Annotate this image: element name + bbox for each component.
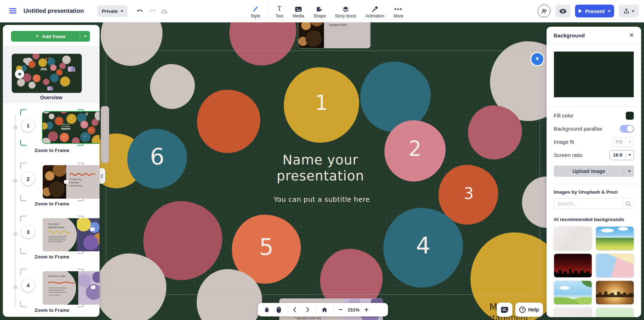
image-search <box>554 198 634 209</box>
ai-background-thumbnail-partial[interactable] <box>554 308 592 317</box>
add-frame-button[interactable]: + Add frame <box>11 31 90 42</box>
frame-location-pin-icon[interactable] <box>531 53 543 65</box>
present-label: Present <box>585 8 605 14</box>
tool-media[interactable]: Media <box>288 0 309 22</box>
background-search-input[interactable] <box>554 198 634 209</box>
frame-3-thumbnail[interactable]: Put a bold statement here <box>43 218 100 251</box>
screen-ratio-label: Screen ratio <box>554 152 582 158</box>
tool-shape[interactable]: Shape <box>309 0 330 22</box>
close-icon[interactable]: ✕ <box>629 32 634 38</box>
screen-ratio-select[interactable]: 16:9 <box>610 150 634 160</box>
ai-background-thumbnail-partial[interactable] <box>596 308 634 317</box>
help-button[interactable]: ? Help <box>515 303 543 317</box>
timeline-dot <box>13 232 17 236</box>
plus-icon: + <box>36 32 39 40</box>
timeline-dot <box>13 179 17 183</box>
overview-thumbnail[interactable] <box>12 54 82 93</box>
preview-eye-button[interactable] <box>555 5 570 17</box>
frame-2-number-badge[interactable]: 2 <box>21 172 35 185</box>
frame-2-thumbnail[interactable]: Provide any important context here <box>43 165 100 199</box>
share-button[interactable] <box>619 5 639 17</box>
frame-2-zoom-label[interactable]: Zoom to Frame <box>17 201 87 206</box>
upload-image-button[interactable]: Upload image <box>554 166 634 177</box>
zoom-in-button[interactable]: + <box>364 306 368 314</box>
tool-story-block[interactable]: Story block <box>330 0 361 22</box>
animation-icon <box>371 4 378 12</box>
tool-style[interactable]: Style <box>246 0 265 22</box>
background-preview <box>554 51 634 98</box>
tool-label: Media <box>293 14 304 19</box>
ai-background-thumbnail-green-hills[interactable] <box>554 280 592 305</box>
redo-icon[interactable] <box>149 7 156 15</box>
frame-1-zoom-label[interactable]: Zoom to Frame <box>17 148 87 153</box>
circle-number-5[interactable]: 5 <box>259 234 274 260</box>
zoom-out-button[interactable]: − <box>339 306 342 314</box>
tool-label: Story block <box>335 14 356 19</box>
frame-4-number-badge[interactable]: 4 <box>21 278 35 292</box>
home-icon <box>15 69 24 79</box>
parallax-row: Background parallax <box>554 124 634 133</box>
mouse-mode-icon[interactable] <box>277 307 281 313</box>
more-dots-icon: ••• <box>394 4 403 12</box>
ai-background-thumbnail-white-abstract[interactable] <box>554 226 592 251</box>
frame-3-number-badge[interactable]: 3 <box>21 225 35 238</box>
tool-more[interactable]: ••• More <box>389 0 408 22</box>
frame-3-zoom-label[interactable]: Zoom to Frame <box>17 254 87 259</box>
canvas-subtitle-text[interactable]: You can put a subtitle here <box>245 195 398 203</box>
add-collaborator-button[interactable] <box>538 5 550 17</box>
ai-background-thumbnail-pastel-paper[interactable] <box>596 253 634 278</box>
circle-number-4[interactable]: 4 <box>416 232 431 259</box>
circle-number-1[interactable]: 1 <box>315 91 328 115</box>
pan-hand-icon[interactable] <box>263 306 270 313</box>
frame-4-zoom-label[interactable]: Zoom to Frame <box>17 308 87 313</box>
circle-number-2[interactable]: 2 <box>409 137 422 161</box>
sidebar-collapse-handle[interactable]: ❮ <box>99 168 105 184</box>
frame-4-thumbnail[interactable]: Introduce a topic <box>43 271 100 305</box>
presentation-title[interactable]: Untitled presentation <box>23 7 84 15</box>
timeline-dot <box>13 125 17 130</box>
privacy-label: Private <box>102 9 118 14</box>
search-icon[interactable] <box>625 201 631 207</box>
menu-icon[interactable] <box>9 8 16 14</box>
overview-item[interactable]: Overview <box>3 46 100 103</box>
frame-1-thumbnail[interactable]: Name your presentation 1 2 3 4 5 <box>43 112 100 143</box>
home-view-icon[interactable] <box>321 307 328 313</box>
text-icon: T <box>277 4 282 12</box>
tool-label: Animation <box>365 14 384 19</box>
tool-label: Text <box>276 14 283 19</box>
tool-label: More <box>394 14 403 19</box>
present-button[interactable]: Present <box>575 5 614 17</box>
parallax-toggle[interactable] <box>620 125 634 133</box>
previous-frame-icon[interactable] <box>293 307 297 313</box>
story-card-partial-left[interactable] <box>101 106 109 163</box>
circle-number-3[interactable]: 3 <box>464 184 474 203</box>
overview-label: Overview <box>3 95 100 100</box>
next-frame-icon[interactable] <box>306 307 310 313</box>
circle-number-6[interactable]: 6 <box>150 143 165 170</box>
undo-icon[interactable] <box>136 7 144 15</box>
ai-background-thumbnail-red-city[interactable] <box>554 253 592 278</box>
fill-color-swatch[interactable] <box>626 111 634 120</box>
tool-text[interactable]: T Text <box>271 0 288 22</box>
frame-1-number-badge[interactable]: 1 <box>21 119 35 132</box>
canvas-navigation-toolbar: − 151% + <box>258 303 388 316</box>
frames-sidebar: + Add frame <box>3 25 100 317</box>
tool-animation[interactable]: Animation <box>361 0 389 22</box>
note-icon <box>501 307 508 313</box>
ai-background-thumbnail-lake-landscape[interactable] <box>596 226 634 251</box>
tool-label: Style <box>251 14 260 19</box>
comments-button[interactable] <box>497 303 512 317</box>
privacy-dropdown[interactable]: Private <box>97 5 128 17</box>
upload-image-label: Upload image <box>554 166 624 177</box>
ai-backgrounds-heading: AI recommended backgrounds <box>554 217 634 222</box>
chevron-down-icon[interactable] <box>84 36 87 37</box>
ai-background-thumbnail-sunset-city[interactable] <box>596 280 634 305</box>
zoom-level-value[interactable]: 151% <box>345 307 362 313</box>
media-icon <box>295 4 302 12</box>
image-fit-select: Fill <box>612 137 634 147</box>
chevron-down-icon <box>608 10 611 12</box>
canvas-title-text[interactable]: Name your presentation <box>274 152 367 184</box>
card-text: * Quickly cover the <box>294 316 321 320</box>
fill-color-row: Fill color <box>554 111 634 120</box>
top-toolbar: Untitled presentation Private Style T T <box>0 0 644 22</box>
